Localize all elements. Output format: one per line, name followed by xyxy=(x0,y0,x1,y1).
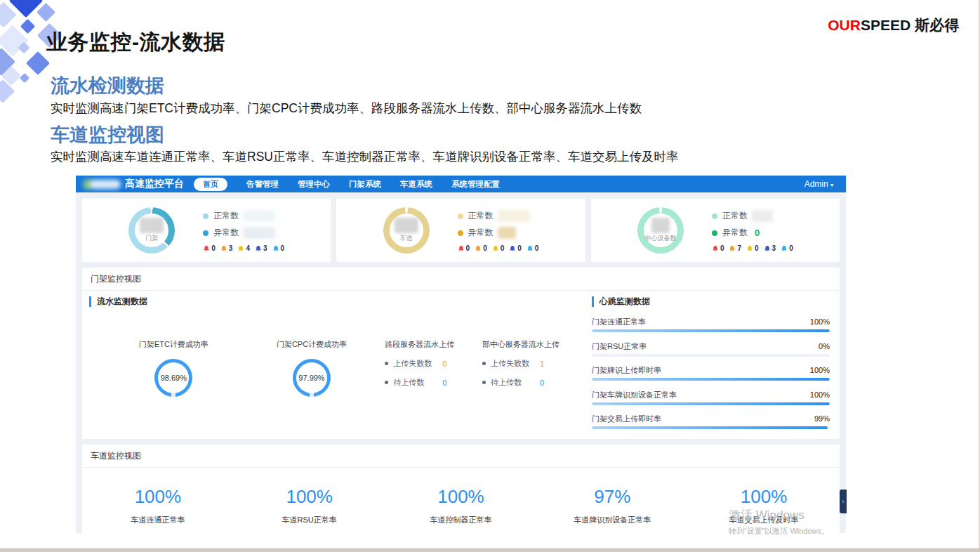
bell-count: 0 xyxy=(281,244,285,252)
blurred-value xyxy=(243,210,275,222)
upload-value: 0 xyxy=(442,379,446,387)
center-devices-donut-chart: 中心设备数 xyxy=(637,207,684,254)
lane-stat: 100% 车道连通正常率 xyxy=(82,486,234,525)
lane-donut-center: 车道 xyxy=(383,207,430,254)
bar-label: 门架车牌识别设备正常率 xyxy=(592,390,677,400)
bell-count: 0 xyxy=(466,244,470,252)
bell-count: 3 xyxy=(263,244,267,252)
donut-center-label: 中心设备数 xyxy=(644,234,676,243)
bell-icon xyxy=(746,245,753,252)
gantry-legend: 正常数 异常数 0 3 4 3 0 xyxy=(203,209,284,252)
bell-icon xyxy=(509,245,516,252)
bullet-dot xyxy=(482,381,486,384)
bell-yellow: 0 xyxy=(492,244,505,252)
upload-label: 待上传数 xyxy=(491,377,534,388)
user-name: Admin xyxy=(804,179,828,189)
bar-label: 门架连通正常率 xyxy=(592,317,646,327)
section-server-upload: 路段服务器流水上传 上传失败数0 待上传数0 xyxy=(385,339,472,397)
blurred-count xyxy=(395,218,418,233)
nav-item-gantry-system[interactable]: 门架系统 xyxy=(349,179,381,190)
flow-section-title: 流水监测数据 xyxy=(89,296,585,307)
progress-track xyxy=(592,402,830,405)
bell-count: 3 xyxy=(772,244,776,252)
stat-label: 车道交易上传及时率 xyxy=(729,515,799,525)
donut-center-label: 门架 xyxy=(145,234,158,243)
navbar-brand: 高速监控平台 xyxy=(125,178,184,190)
lane-monitoring-panel: 车道监控视图 100% 车道连通正常率 100% 车道RSU正常率 100% 车… xyxy=(82,445,840,533)
normal-dot xyxy=(712,213,717,219)
nav-item-alarm[interactable]: 告警管理 xyxy=(246,179,279,190)
bell-cyan: 0 xyxy=(781,244,793,252)
bell-icon xyxy=(764,245,771,252)
upload-title: 路段服务器流水上传 xyxy=(385,339,472,350)
progress-fill xyxy=(592,329,830,332)
page-title: 业务监控-流水数据 xyxy=(46,28,225,57)
bell-count: 7 xyxy=(737,244,741,252)
bar-label: 门架交易上传即时率 xyxy=(592,414,661,424)
bar-value: 100% xyxy=(810,317,830,326)
bell-icon xyxy=(203,245,210,252)
ministry-server-upload: 部中心服务器流水上传 上传失败数1 待上传数0 xyxy=(482,339,585,397)
panel-title: 车道监控视图 xyxy=(82,445,840,468)
lane-donut-chart: 车道 xyxy=(383,207,430,254)
bell-count: 3 xyxy=(229,244,233,252)
bell-blue: 3 xyxy=(255,244,267,252)
gauge-label: 门架CPC计费成功率 xyxy=(277,339,347,350)
bar-value: 99% xyxy=(814,414,830,423)
upload-value: 0 xyxy=(442,360,446,368)
bell-red: 0 xyxy=(458,244,470,252)
upload-pending-row: 待上传数0 xyxy=(482,377,585,388)
nav-item-admin-center[interactable]: 管理中心 xyxy=(298,179,330,190)
progress-fill xyxy=(592,378,830,381)
user-menu[interactable]: Admin ▾ xyxy=(804,179,833,189)
upload-value: 0 xyxy=(540,379,544,387)
gauge-etc: 门架ETC计费成功率 98.69% xyxy=(105,339,243,397)
legend-normal: 正常数 xyxy=(458,209,539,223)
bell-icon xyxy=(255,245,262,252)
normal-label: 正常数 xyxy=(468,210,494,222)
alarm-bell-counts: 0 0 0 0 0 xyxy=(458,244,539,252)
collapse-panel-tab[interactable]: ‹ xyxy=(840,489,847,513)
ourspeed-logo: OURSPEED 斯必得 xyxy=(828,15,959,35)
nav-item-system-config[interactable]: 系统管理配置 xyxy=(451,179,500,190)
upload-label: 待上传数 xyxy=(393,377,437,388)
blurred-value xyxy=(752,210,773,222)
stat-value: 97% xyxy=(594,486,630,508)
upload-fail-row: 上传失败数0 xyxy=(385,358,472,369)
bell-count: 0 xyxy=(789,244,793,252)
stat-value: 100% xyxy=(741,486,788,508)
heartbeat-section-title: 心跳监测数据 xyxy=(592,296,830,307)
section-heading-lane: 车道监控视图 xyxy=(51,122,164,147)
bell-count: 0 xyxy=(720,244,724,252)
bell-icon xyxy=(492,245,499,252)
section-desc-lane: 实时监测高速车道连通正常率、车道RSU正常率、车道控制器正常率、车道牌识别设备正… xyxy=(51,148,678,165)
nav-tab-home[interactable]: 首页 xyxy=(194,178,227,191)
bell-yellow: 4 xyxy=(237,244,250,252)
gauge-cpc: 门架CPC计费成功率 97.99% xyxy=(243,339,381,397)
bell-red: 0 xyxy=(203,244,216,252)
abnormal-dot xyxy=(203,230,208,236)
bar-value: 100% xyxy=(810,366,830,374)
alarm-bell-counts: 0 7 0 3 0 xyxy=(712,244,793,252)
upload-title: 部中心服务器流水上传 xyxy=(482,339,585,350)
abnormal-dot xyxy=(458,230,463,236)
gauge-value: 97.99% xyxy=(298,374,324,382)
blurred-count xyxy=(651,218,670,233)
bell-icon xyxy=(272,245,279,252)
lane-legend: 正常数 异常数 0 0 0 0 0 xyxy=(458,209,539,252)
blurred-value xyxy=(498,210,530,222)
donut-center-label: 车道 xyxy=(400,234,413,243)
nav-item-lane-system[interactable]: 车道系统 xyxy=(400,179,432,190)
upload-label: 上传失败数 xyxy=(491,358,534,369)
center-devices-legend: 正常数 异常数 0 0 7 0 3 0 xyxy=(712,209,793,252)
bell-count: 0 xyxy=(211,244,216,252)
legend-abnormal: 异常数 xyxy=(458,225,539,240)
dashboard-screenshot: 高速监控平台 首页 告警管理 管理中心 门架系统 车道系统 系统管理配置 Adm… xyxy=(76,176,846,533)
heartbeat-bar-row: 门架牌识上传即时率100% xyxy=(592,365,830,381)
logo-speed: SPEED xyxy=(861,17,911,33)
flow-monitoring-section: 流水监测数据 门架ETC计费成功率 98.69% 门架CPC计费成功率 97.9… xyxy=(89,296,585,397)
gantry-donut-chart: 门架 xyxy=(128,207,175,254)
normal-dot xyxy=(458,213,463,219)
bell-orange: 3 xyxy=(220,244,233,252)
bell-icon xyxy=(781,245,788,252)
